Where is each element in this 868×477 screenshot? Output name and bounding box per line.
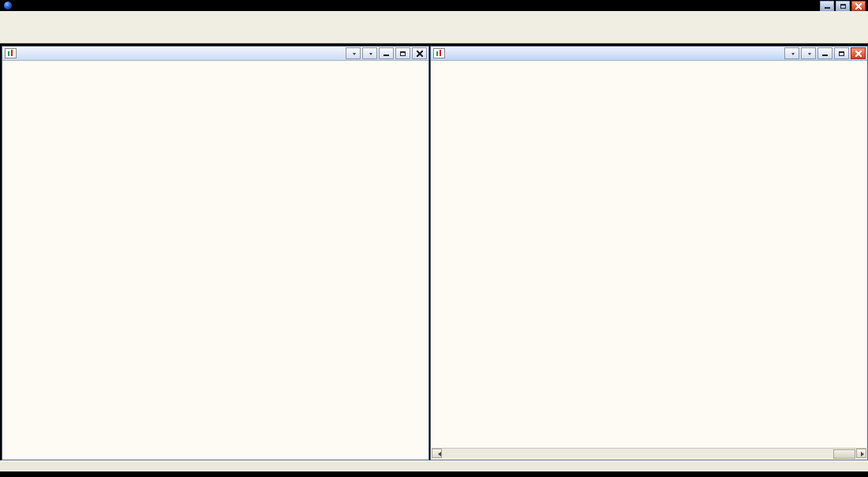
menu-bar <box>0 11 868 22</box>
status-line-button[interactable] <box>346 47 361 59</box>
monthly-chart-body[interactable] <box>3 61 428 459</box>
chart-window-icon <box>433 48 445 58</box>
daily-window-titlebar[interactable] <box>431 47 867 61</box>
app-window-controls <box>820 1 866 11</box>
status-line-button[interactable] <box>784 47 799 59</box>
window-close-button[interactable] <box>851 47 866 59</box>
toolbar <box>0 22 868 43</box>
workspace-tabbar <box>0 460 868 471</box>
window-close-button[interactable] <box>412 47 427 59</box>
horizontal-scrollbar[interactable] <box>432 448 866 459</box>
app-close-button[interactable] <box>851 1 866 11</box>
chart-window-daily <box>430 46 868 460</box>
daily-chart[interactable] <box>432 61 668 179</box>
window-minimize-button[interactable] <box>379 47 394 59</box>
monthly-chart[interactable] <box>3 61 240 179</box>
app-titlebar <box>0 0 868 11</box>
window-minimize-button[interactable] <box>817 47 832 59</box>
scroll-left-button[interactable] <box>432 449 442 458</box>
app-restore-button[interactable] <box>836 1 850 11</box>
chart-window-icon <box>5 48 17 58</box>
insert-analysis-button[interactable] <box>801 47 816 59</box>
tradestation-app <box>0 0 868 477</box>
scroll-right-button[interactable] <box>856 449 866 458</box>
chart-window-monthly <box>2 46 429 460</box>
daily-chart-body[interactable] <box>432 61 866 459</box>
monthly-window-titlebar[interactable] <box>2 47 428 61</box>
window-restore-button[interactable] <box>395 47 410 59</box>
insert-analysis-button[interactable] <box>362 47 377 59</box>
app-minimize-button[interactable] <box>820 1 834 11</box>
tradestation-logo-icon <box>4 2 12 9</box>
window-restore-button[interactable] <box>834 47 849 59</box>
scrollbar-thumb[interactable] <box>833 449 855 459</box>
